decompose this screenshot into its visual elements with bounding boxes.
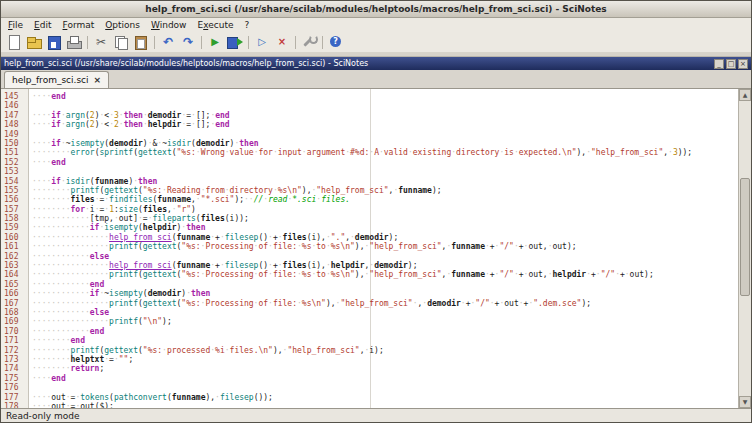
minimize-icon[interactable]: _ [714, 59, 724, 69]
gutter: 1451461471481491501511521531541551561571… [1, 89, 29, 408]
cut-icon[interactable]: ✂ [92, 34, 110, 50]
line-number: 166 [4, 289, 26, 298]
code-line[interactable]: ········printf(gettext("%s:·processed·%i… [32, 346, 738, 355]
tab-help-from-sci[interactable]: help_from_sci.sci × [4, 71, 109, 88]
menu-format[interactable]: Format [58, 19, 101, 31]
menu-options[interactable]: Options [100, 19, 146, 31]
line-number: 169 [4, 317, 26, 326]
line-number: 175 [4, 374, 26, 383]
execute-file-icon[interactable]: ▶ [206, 34, 224, 50]
code-line[interactable]: ········printf(gettext("%s:·Reading·from… [32, 186, 738, 195]
code-line[interactable]: ············else [32, 252, 738, 261]
toolbar: ✂↶↷▶▷× [1, 32, 751, 53]
code-line[interactable]: ············end [32, 327, 738, 336]
toolbar-separator [322, 36, 323, 49]
line-number: 154 [4, 177, 26, 186]
code-line[interactable]: ················help_from_sci(funname·+·… [32, 261, 738, 270]
line-number: 163 [4, 261, 26, 270]
frame-controls: _□× [712, 59, 748, 69]
menu-edit[interactable]: Edit [29, 19, 57, 31]
code-line[interactable]: ····end [32, 158, 738, 167]
code-line[interactable]: ····if·argn(2)·<·3·then·demodir·=·[];·en… [32, 111, 738, 120]
save-and-execute-icon[interactable] [226, 34, 244, 50]
stop-icon[interactable]: × [273, 34, 291, 50]
code-line[interactable]: ················help_from_sci(funname·+·… [32, 233, 738, 242]
line-number: 153 [4, 167, 26, 176]
toolbar-separator [248, 36, 249, 49]
line-number: 162 [4, 252, 26, 261]
code-line[interactable] [32, 167, 738, 176]
close-icon[interactable]: × [738, 59, 748, 69]
code-line[interactable]: ····end [32, 374, 738, 383]
scroll-up-button[interactable]: ▲ [739, 89, 751, 101]
line-number: 151 [4, 148, 26, 157]
code-line[interactable]: ····end [32, 92, 738, 101]
code-line[interactable]: ····if·~isempty(demodir)·&·~isdir(demodi… [32, 139, 738, 148]
copy-icon[interactable] [112, 34, 130, 50]
status-text: Read-only mode [6, 411, 79, 421]
scinotes-window: help_from_sci.sci (/usr/share/scilab/mod… [0, 0, 752, 423]
code-line[interactable]: ········error(sprintf(gettext("%s:·Wrong… [32, 148, 738, 157]
open-file-icon[interactable] [25, 34, 43, 50]
code-line[interactable]: ············else [32, 308, 738, 317]
code-line[interactable]: ····if·argn(2)·<·2·then·helpdir·=·[];·en… [32, 120, 738, 129]
line-number: 165 [4, 280, 26, 289]
menu-window[interactable]: Window [146, 19, 193, 31]
code-line[interactable]: ············if·~isempty(demodir)·then [32, 289, 738, 298]
code-line[interactable] [32, 101, 738, 110]
code-line[interactable]: ········files·=·findfiles(funname,·"*.sc… [32, 195, 738, 204]
code-line[interactable]: ········end [32, 336, 738, 345]
undo-icon[interactable]: ↶ [159, 34, 177, 50]
code-line[interactable]: ····out·=·out($); [32, 402, 738, 408]
preferences-icon[interactable] [300, 34, 318, 50]
line-number: 160 [4, 233, 26, 242]
code-area[interactable]: ····end····if·argn(2)·<·3·then·demodir·=… [29, 89, 738, 408]
scrollbar-thumb[interactable] [740, 178, 750, 296]
restore-icon[interactable]: □ [726, 59, 736, 69]
line-number: 156 [4, 195, 26, 204]
help-icon[interactable] [327, 34, 345, 50]
line-number: 148 [4, 120, 26, 129]
line-number: 158 [4, 214, 26, 223]
scroll-down-button[interactable]: ▼ [739, 396, 751, 408]
code-line[interactable]: ············end [32, 280, 738, 289]
line-number: 152 [4, 158, 26, 167]
paste-icon[interactable] [132, 34, 150, 50]
line-number: 159 [4, 223, 26, 232]
code-line[interactable]: ············if·isempty(helpdir)·then [32, 223, 738, 232]
vertical-scrollbar[interactable]: ▲ ▼ [738, 89, 751, 408]
menu-help[interactable]: ? [240, 19, 256, 31]
new-file-icon[interactable] [5, 34, 23, 50]
redo-icon[interactable]: ↷ [179, 34, 197, 50]
line-number: 164 [4, 270, 26, 279]
scrollbar-track[interactable] [739, 101, 751, 396]
code-line[interactable]: ················printf(gettext("%s:·Proc… [32, 270, 738, 279]
code-line[interactable]: ········return; [32, 364, 738, 373]
window-title-bar[interactable]: help_from_sci.sci (/usr/share/scilab/mod… [1, 1, 751, 18]
code-line[interactable] [32, 383, 738, 392]
tab-bar: help_from_sci.sci × [1, 70, 751, 89]
line-number: 176 [4, 383, 26, 392]
line-number: 177 [4, 393, 26, 402]
code-line[interactable]: ····if·isdir(funname)·then [32, 177, 738, 186]
code-line[interactable] [32, 130, 738, 139]
code-line[interactable]: ················printf(gettext("%s:·Proc… [32, 242, 738, 251]
internal-frame-title-bar[interactable]: help_from_sci.sci (/usr/share/scilab/mod… [1, 57, 751, 70]
code-line[interactable]: ················printf(gettext("%s:·Proc… [32, 299, 738, 308]
line-number: 167 [4, 299, 26, 308]
code-line[interactable]: ················printf("\n"); [32, 317, 738, 326]
code-line[interactable]: ····out·=·tokens(pathconvert(funname),·f… [32, 393, 738, 402]
line-number: 174 [4, 364, 26, 373]
menu-execute[interactable]: Execute [192, 19, 239, 31]
code-line[interactable]: ········for·i·=·1:size(files,·"r") [32, 205, 738, 214]
toolbar-separator [154, 36, 155, 49]
print-icon[interactable] [65, 34, 83, 50]
line-number: 149 [4, 130, 26, 139]
menu-file[interactable]: File [3, 19, 29, 31]
run-selection-icon[interactable]: ▷ [253, 34, 271, 50]
code-line[interactable]: ········helptxt·=·""; [32, 355, 738, 364]
toolbar-separator [201, 36, 202, 49]
line-number: 161 [4, 242, 26, 251]
save-file-icon[interactable] [45, 34, 63, 50]
tab-close-icon[interactable]: × [94, 75, 102, 85]
